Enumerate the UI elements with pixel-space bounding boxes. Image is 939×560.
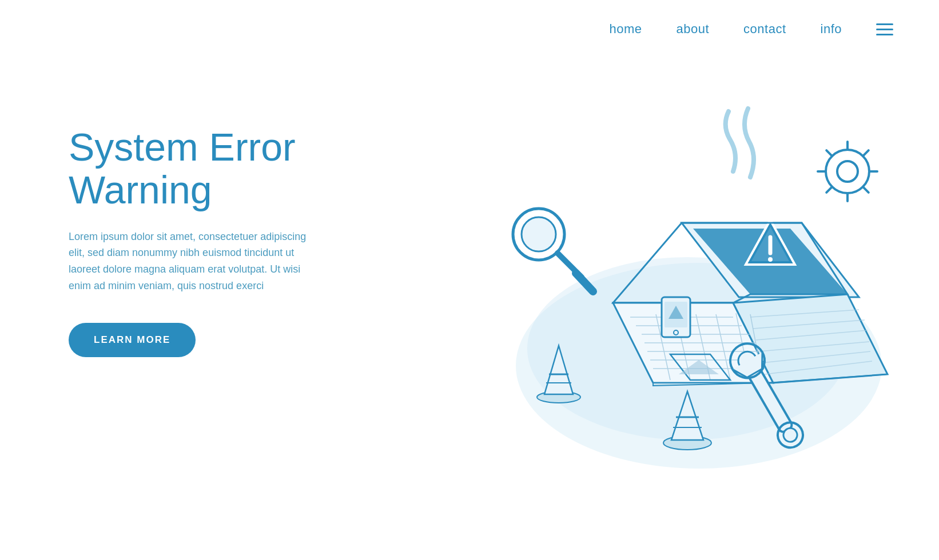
svg-line-8 — [863, 150, 869, 156]
nav-home[interactable]: home — [609, 22, 642, 37]
body-text: Lorem ipsum dolor sit amet, consectetuer… — [69, 229, 320, 294]
svg-line-11 — [826, 150, 832, 156]
svg-point-3 — [837, 161, 858, 182]
main-title: System Error Warning — [69, 126, 355, 211]
svg-line-10 — [863, 187, 869, 193]
nav-contact[interactable]: contact — [743, 22, 786, 37]
learn-more-button[interactable]: LEARN MORE — [69, 323, 196, 357]
nav-about[interactable]: about — [677, 22, 710, 37]
hero-illustration — [424, 46, 939, 549]
hamburger-menu[interactable] — [876, 23, 893, 35]
nav-info[interactable]: info — [821, 22, 842, 37]
main-nav: home about contact info — [0, 0, 939, 37]
svg-point-13 — [522, 217, 556, 251]
hero-content: System Error Warning Lorem ipsum dolor s… — [69, 126, 355, 357]
svg-line-9 — [826, 187, 832, 193]
svg-point-21 — [768, 257, 773, 262]
